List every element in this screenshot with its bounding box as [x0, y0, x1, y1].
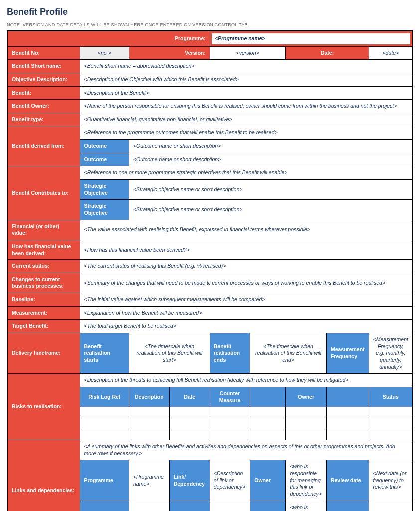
date-value[interactable]: <date>	[369, 46, 413, 60]
version-note: NOTE: VERSION AND DATE DETAILS WILL BE S…	[7, 22, 413, 27]
short-name-label: Benefit Short name:	[7, 60, 80, 73]
benefit-label: Benefit:	[7, 86, 80, 100]
risk-h-counter: Counter Measure	[210, 387, 250, 407]
risk-h-status: Status	[369, 387, 413, 407]
owner-value[interactable]: <Name of the person responsible for ensu…	[80, 100, 413, 113]
risks-intro[interactable]: <Description of the threats to achieving…	[80, 374, 413, 387]
financial-label: Financial (or other) value:	[7, 220, 80, 240]
links-review-label: Review date	[326, 460, 369, 501]
timeframe-end-label: Benefit realisation ends	[210, 333, 250, 374]
how-derived-value[interactable]: <How has this financial value been deriv…	[80, 240, 413, 259]
links-prog-value[interactable]: <Programme name>	[129, 501, 169, 511]
timeframe-end-value[interactable]: <The timescale when realisation of this …	[250, 333, 327, 374]
how-derived-label: How has financial value been derived:	[7, 240, 80, 259]
timeframe-start-value[interactable]: <The timescale when realisation of this …	[129, 333, 210, 374]
status-label: Current status:	[7, 260, 80, 273]
date-label: Date:	[286, 46, 369, 60]
links-prog-label: Programme	[80, 460, 129, 501]
links-review-label: Review date	[326, 501, 369, 511]
links-link-label: Link/ Dependency	[169, 501, 210, 511]
measurement-value[interactable]: <Explanation of how the Benefit will be …	[80, 306, 413, 320]
risk-h-owner: Owner	[286, 387, 326, 407]
target-label: Target Benefit:	[7, 320, 80, 333]
programme-row: Programme: <Programme name>	[7, 31, 413, 46]
risk-h-blank1	[250, 387, 286, 407]
links-link-value[interactable]: <Description of link or dependency>	[210, 501, 250, 511]
owner-label: Benefit Owner:	[7, 100, 80, 113]
links-prog-label: Programme	[80, 501, 129, 511]
risk-h-ref: Risk Log Ref	[80, 387, 129, 407]
strategic-value-2[interactable]: <Strategic objective name or short descr…	[129, 200, 413, 220]
timeframe-row: Delivery timeframe: Benefit realisation …	[7, 333, 413, 374]
changes-label: Changes to current business processes:	[7, 273, 80, 293]
outcome-label-2: Outcome	[80, 153, 129, 166]
risks-label: Risks to realisation:	[7, 374, 80, 440]
status-value[interactable]: <The current status of realising this Be…	[80, 260, 413, 273]
contributes-label: Benefit Contributes to:	[7, 166, 80, 220]
baseline-label: Baseline:	[7, 293, 80, 307]
page-title: Benefit Profile	[7, 7, 413, 17]
risk-h-date: Date	[169, 387, 210, 407]
links-owner-label: Owner	[250, 501, 286, 511]
derived-intro[interactable]: <Reference to the programme outcomes tha…	[80, 126, 413, 140]
benefit-profile-table: Programme: <Programme name> Benefit No: …	[7, 30, 413, 511]
strategic-label-2: Strategic Objective	[80, 200, 129, 220]
financial-value[interactable]: <The value associated with realising thi…	[80, 220, 413, 240]
timeframe-start-label: Benefit realisation starts	[80, 333, 129, 374]
links-review-value[interactable]: <Next date (or frequency) to review this…	[369, 501, 413, 511]
objective-value[interactable]: <Description of the Objective with which…	[80, 73, 413, 86]
target-value[interactable]: <The total target Benefit to be realised…	[80, 320, 413, 333]
timeframe-label: Delivery timeframe:	[7, 333, 80, 374]
type-value[interactable]: <Quantitative financial, quantitative no…	[80, 113, 413, 126]
changes-value[interactable]: <Summary of the changes that will need t…	[80, 273, 413, 293]
links-link-label: Link/ Dependency	[169, 460, 210, 501]
links-prog-value[interactable]: <Programme name>	[129, 460, 169, 501]
benefit-value[interactable]: <Description of the Benefit>	[80, 86, 413, 100]
objective-label: Objective Description:	[7, 73, 80, 86]
version-label: Version:	[129, 46, 210, 60]
type-label: Benefit type:	[7, 113, 80, 126]
version-value[interactable]: <version>	[210, 46, 286, 60]
outcome-label-1: Outcome	[80, 140, 129, 153]
links-intro[interactable]: <A summary of the links with other Benef…	[80, 440, 413, 460]
contributes-intro[interactable]: <Reference to one or more programme stra…	[80, 166, 413, 180]
programme-value[interactable]: <Programme name>	[212, 33, 410, 44]
benefit-no-value[interactable]: <no.>	[80, 46, 129, 60]
header-row: Benefit No: <no.> Version: <version> Dat…	[7, 46, 413, 60]
links-owner-label: Owner	[250, 460, 286, 501]
risk-h-desc: Description	[129, 387, 169, 407]
strategic-label-1: Strategic Objective	[80, 180, 129, 200]
timeframe-freq-label: Measurement Frequency	[326, 333, 369, 374]
derived-from-label: Benefit derived from:	[7, 126, 80, 166]
links-owner-value[interactable]: <who is responsible for managing this li…	[286, 501, 326, 511]
benefit-no-label: Benefit No:	[7, 46, 80, 60]
strategic-value-1[interactable]: <Strategic objective name or short descr…	[129, 180, 413, 200]
links-label: Links and dependencies:	[7, 440, 80, 511]
baseline-value[interactable]: <The initial value against which subsequ…	[80, 293, 413, 307]
timeframe-freq-value[interactable]: <Measurement Frequency, e.g. monthly, qu…	[369, 333, 413, 374]
outcome-value-2[interactable]: <Outcome name or short description>	[129, 153, 413, 166]
risk-h-blank2	[326, 387, 369, 407]
outcome-value-1[interactable]: <Outcome name or short description>	[129, 140, 413, 153]
short-name-value[interactable]: <Benefit short name = abbreviated descri…	[80, 60, 413, 73]
measurement-label: Measurement:	[7, 306, 80, 320]
programme-label: Programme:	[7, 31, 210, 46]
links-link-value[interactable]: <Description of link or dependency>	[210, 460, 250, 501]
links-review-value[interactable]: <Next date (or frequency) to review this…	[369, 460, 413, 501]
links-owner-value[interactable]: <who is responsible for managing this li…	[286, 460, 326, 501]
